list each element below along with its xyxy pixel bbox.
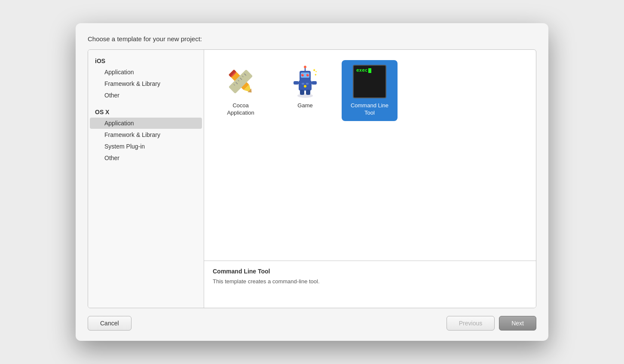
svg-rect-26 xyxy=(312,81,317,85)
svg-rect-30 xyxy=(306,83,309,85)
footer-right-buttons: Previous Next xyxy=(447,316,536,331)
cocoa-app-icon xyxy=(223,64,258,99)
sidebar: iOS Application Framework & Library Othe… xyxy=(88,50,204,308)
cancel-button[interactable]: Cancel xyxy=(88,316,132,331)
svg-rect-29 xyxy=(302,83,304,85)
svg-point-12 xyxy=(297,94,313,98)
template-grid: CocoaApplication xyxy=(204,50,536,261)
template-cocoa-app[interactable]: CocoaApplication xyxy=(213,60,269,121)
svg-point-19 xyxy=(308,74,309,75)
template-game-label: Game xyxy=(297,102,312,109)
description-area: Command Line Tool This template creates … xyxy=(204,261,536,308)
sidebar-item-osx-other[interactable]: Other xyxy=(90,152,202,164)
template-command-line-tool[interactable]: exec Command LineTool xyxy=(342,60,398,121)
sidebar-item-ios-framework[interactable]: Framework & Library xyxy=(90,78,202,89)
sidebar-item-ios-application[interactable]: Application xyxy=(90,67,202,78)
sidebar-item-ios-other[interactable]: Other xyxy=(90,90,202,101)
dialog-body: iOS Application Framework & Library Othe… xyxy=(88,49,536,308)
sidebar-section-header-ios: iOS xyxy=(88,54,204,66)
description-title: Command Line Tool xyxy=(213,268,527,275)
svg-rect-27 xyxy=(300,90,304,95)
svg-point-21 xyxy=(304,66,306,68)
svg-point-16 xyxy=(301,74,304,76)
sidebar-item-osx-application[interactable]: Application xyxy=(90,118,202,129)
new-project-dialog: Choose a template for your new project: … xyxy=(76,23,548,341)
description-text: This template creates a command-line too… xyxy=(213,277,527,286)
game-icon: ✦ ✦ ✦ xyxy=(288,64,322,99)
template-cocoa-app-label: CocoaApplication xyxy=(227,102,254,117)
svg-text:✦: ✦ xyxy=(315,70,317,73)
sidebar-item-osx-framework[interactable]: Framework & Library xyxy=(90,129,202,140)
dialog-footer: Cancel Previous Next xyxy=(88,316,536,331)
sidebar-item-osx-plugin[interactable]: System Plug-in xyxy=(90,141,202,152)
sidebar-section-header-osx: OS X xyxy=(88,105,204,117)
previous-button[interactable]: Previous xyxy=(447,316,495,331)
next-button[interactable]: Next xyxy=(499,316,536,331)
template-game[interactable]: ✦ ✦ ✦ xyxy=(277,60,333,121)
svg-rect-25 xyxy=(294,81,299,85)
svg-text:✦: ✦ xyxy=(314,73,317,77)
dialog-title: Choose a template for your new project: xyxy=(88,35,536,42)
svg-point-17 xyxy=(306,74,309,76)
main-area: CocoaApplication xyxy=(204,50,536,308)
svg-point-31 xyxy=(304,85,306,88)
template-command-line-tool-label: Command LineTool xyxy=(351,102,388,117)
svg-rect-28 xyxy=(306,90,310,95)
svg-point-18 xyxy=(303,74,303,75)
exec-icon: exec xyxy=(352,64,387,99)
